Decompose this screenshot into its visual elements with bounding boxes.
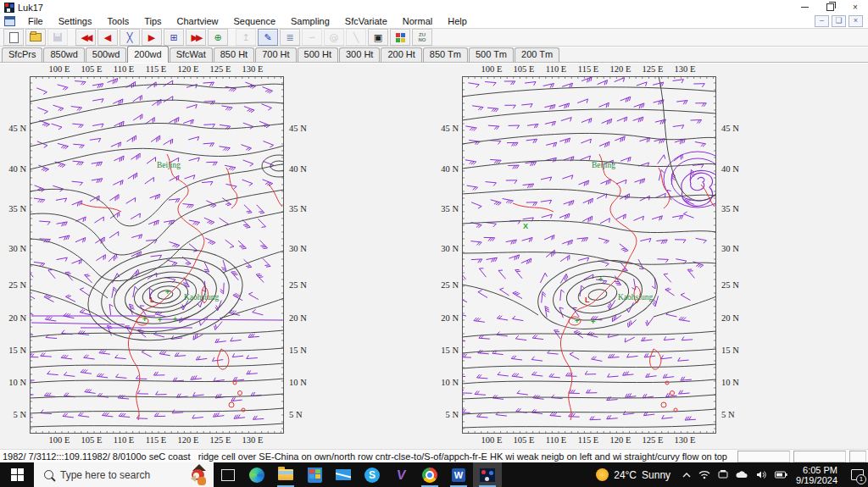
frame-window-button[interactable]: ⊞: [164, 29, 184, 46]
word-icon: W: [452, 468, 465, 482]
spiral-icon: @: [330, 33, 339, 42]
play-sequence-button[interactable]: ▶: [142, 29, 162, 46]
tab-850ht[interactable]: 850 Ht: [214, 47, 254, 62]
taskbar-search-input[interactable]: Type here to search: [34, 462, 214, 487]
restore-button[interactable]: [817, 0, 843, 14]
tab-700ht[interactable]: 700 Ht: [255, 47, 296, 62]
visual-studio-taskbar-button[interactable]: V: [387, 462, 415, 487]
lat-label: 30 N: [8, 244, 26, 253]
tab-sfcprs[interactable]: SfcPrs: [2, 47, 42, 62]
map-marker: +: [173, 315, 177, 324]
open-file-button[interactable]: [25, 29, 46, 46]
station-label-kaohsiung: Kaohsiung: [618, 293, 653, 302]
menu-sampling[interactable]: Sampling: [283, 14, 337, 28]
quill-pen-icon: ✎: [264, 33, 271, 42]
lat-label: 10 N: [441, 378, 459, 387]
battery-icon[interactable]: [775, 471, 787, 479]
station-label-beijing: Beijing: [157, 161, 181, 169]
lat-label: 40 N: [289, 164, 307, 174]
first-chart-button[interactable]: ◀◀: [75, 29, 96, 46]
minimize-button[interactable]: [792, 0, 817, 14]
grid-rows-button[interactable]: ≣: [280, 29, 300, 46]
left-arrow-icon: ◀: [104, 33, 111, 42]
skype-taskbar-button[interactable]: S: [358, 462, 387, 487]
luk17-taskbar-button[interactable]: [473, 462, 502, 487]
volume-icon[interactable]: [756, 470, 767, 479]
tab-500ht[interactable]: 500 Ht: [298, 47, 338, 62]
menu-settings[interactable]: Settings: [51, 14, 100, 28]
mail-taskbar-button[interactable]: [329, 462, 358, 487]
word-taskbar-button[interactable]: W: [444, 462, 473, 487]
tab-850wd[interactable]: 850wd: [43, 47, 84, 62]
taskbar-weather[interactable]: 24°C Sunny: [596, 468, 670, 481]
menu-normal[interactable]: Normal: [395, 14, 440, 28]
new-file-button[interactable]: [3, 29, 24, 46]
map-marker: L: [150, 296, 155, 304]
map-marker: X: [523, 222, 528, 230]
weather-map-left-canvas[interactable]: BeijingKaohsiungL++++: [30, 76, 284, 434]
taskbar-clock[interactable]: 6:05 PM 9/19/2024: [796, 465, 837, 485]
lon-label: 120 E: [178, 64, 199, 74]
task-view-icon: [221, 469, 235, 481]
lon-label: 125 E: [643, 435, 664, 445]
notification-center-button[interactable]: 1: [846, 462, 868, 487]
menu-tools[interactable]: Tools: [99, 14, 136, 28]
polyline-button: ╲: [346, 29, 366, 46]
map-marker: +: [575, 317, 579, 325]
lat-label: 45 N: [289, 124, 307, 133]
tab-500tm[interactable]: 500 Tm: [469, 47, 514, 62]
menu-chartview[interactable]: Chartview: [170, 14, 226, 28]
menu-sfcvariate[interactable]: SfcVariate: [337, 14, 395, 28]
lat-label: 5 N: [446, 410, 459, 419]
weather-desc: Sunny: [642, 469, 670, 481]
menu-sequence[interactable]: Sequence: [225, 14, 283, 28]
window-layout-button[interactable]: ▣: [368, 29, 388, 46]
status-panel: [849, 451, 866, 462]
wifi-icon[interactable]: [698, 470, 710, 479]
map-marker: +: [165, 288, 170, 296]
tab-850tm[interactable]: 850 Tm: [423, 47, 468, 62]
lat-label: 40 N: [8, 164, 26, 174]
lon-label: 110 E: [114, 435, 134, 445]
lon-label: 120 E: [610, 435, 632, 445]
chevron-up-icon[interactable]: [682, 472, 691, 479]
lat-label: 35 N: [441, 204, 459, 213]
delete-chart-button[interactable]: ╳: [120, 29, 140, 46]
onedrive-cloud-icon[interactable]: [736, 471, 748, 479]
child-minimize-button[interactable]: –: [815, 15, 829, 27]
next-chart-button[interactable]: ▶▶: [186, 29, 206, 46]
tab-sfcwat[interactable]: SfcWat: [170, 47, 213, 62]
file-explorer-taskbar-button[interactable]: [271, 462, 300, 487]
weather-map-right-canvas[interactable]: BeijingKaohsiungX+L++: [462, 76, 716, 434]
mdi-child-icon[interactable]: [4, 16, 15, 26]
lon-label: 105 E: [81, 435, 103, 445]
store-taskbar-button[interactable]: [300, 462, 329, 487]
lat-label: 25 N: [8, 280, 26, 290]
child-close-button[interactable]: ×: [849, 15, 863, 27]
chrome-taskbar-button[interactable]: [415, 462, 444, 487]
globe-button[interactable]: ⊕: [208, 29, 228, 46]
menu-tips[interactable]: Tips: [136, 14, 169, 28]
tab-200tm[interactable]: 200 Tm: [515, 47, 559, 62]
color-palette-button[interactable]: [390, 29, 410, 46]
menu-help[interactable]: Help: [440, 14, 475, 28]
tab-300ht[interactable]: 300 Ht: [339, 47, 380, 62]
tab-200ht[interactable]: 200 Ht: [381, 47, 421, 62]
lat-label: 45 N: [721, 124, 739, 133]
child-restore-button[interactable]: ❏: [832, 15, 846, 27]
start-button[interactable]: [0, 462, 34, 487]
input-indicator-icon[interactable]: [718, 470, 728, 479]
tab-500wd[interactable]: 500wd: [86, 47, 126, 62]
lon-label: 110 E: [546, 435, 566, 445]
save-icon: [53, 33, 62, 42]
lat-label: 15 N: [8, 346, 26, 355]
close-button[interactable]: ×: [843, 0, 868, 14]
wind-pen-button[interactable]: ✎: [258, 29, 278, 46]
search-icon: [44, 470, 53, 479]
edge-taskbar-button[interactable]: [242, 462, 271, 487]
prev-chart-button[interactable]: ◀: [97, 29, 118, 46]
task-view-taskbar-button[interactable]: [214, 462, 242, 487]
menu-file[interactable]: File: [20, 14, 51, 28]
zuno-button[interactable]: ZUNO: [412, 29, 432, 46]
tab-200wd[interactable]: 200wd: [127, 46, 168, 63]
